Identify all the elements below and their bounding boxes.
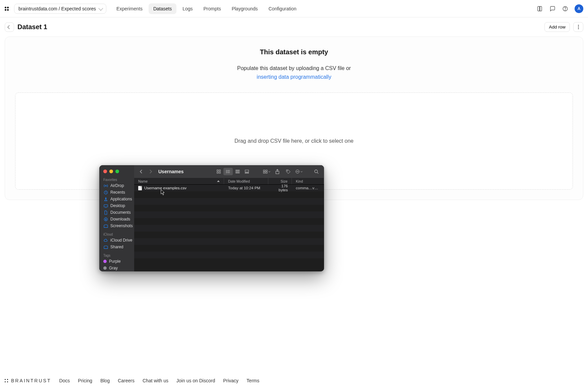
svg-point-31 [297,171,298,172]
sidebar-item-recents[interactable]: Recents [99,189,134,196]
col-header-date[interactable]: Date Modified [224,178,268,184]
svg-point-30 [297,171,297,172]
tag-dot-icon [103,266,107,270]
docs-icon[interactable] [536,5,543,12]
finder-rows: Username examples.csv Today at 10:24 PM … [134,185,324,271]
col-header-name[interactable]: Name [134,178,224,184]
sidebar-item-documents[interactable]: Documents [99,209,134,216]
view-list-icon[interactable] [223,168,233,175]
svg-rect-6 [217,170,218,171]
help-icon[interactable] [562,5,569,12]
table-row [134,225,324,232]
footer-link-careers[interactable]: Careers [118,378,135,383]
tab-prompts[interactable]: Prompts [199,3,226,14]
sidebar-item-shared[interactable]: Shared [99,244,134,250]
tab-configuration[interactable]: Configuration [264,3,301,14]
nav-back-icon[interactable] [138,169,144,174]
project-breadcrumb: braintrustdata.com / Expected scores [18,6,96,11]
svg-point-32 [298,171,299,172]
svg-rect-21 [247,173,247,173]
finder-column-headers: Name Date Modified Size Kind [134,178,324,185]
table-row [134,232,324,238]
nav-forward-icon[interactable] [148,169,154,174]
tab-experiments[interactable]: Experiments [112,3,147,14]
group-icon[interactable] [263,168,270,175]
svg-rect-19 [245,170,249,172]
sidebar-tag-gray[interactable]: Gray [99,265,134,271]
tag-icon[interactable] [284,168,292,175]
footer-link-privacy[interactable]: Privacy [223,378,238,383]
svg-point-13 [226,170,226,171]
table-row [134,191,324,198]
brand-dots-icon [5,379,8,383]
nav-tabs: Experiments Datasets Logs Prompts Playgr… [112,3,301,14]
tab-datasets[interactable]: Datasets [149,3,176,14]
tab-playgrounds[interactable]: Playgrounds [227,3,263,14]
svg-rect-9 [219,172,220,173]
avatar[interactable]: A [575,4,583,13]
action-icon[interactable] [295,168,303,175]
insert-programmatically-link[interactable]: inserting data programmatically [257,74,331,80]
sidebar-item-airdrop[interactable]: AirDrop [99,182,134,189]
sidebar-section-favorites: Favorites [99,177,134,182]
footer-link-blog[interactable]: Blog [100,378,110,383]
search-icon[interactable] [313,168,320,175]
sidebar-section-icloud: iCloud [99,231,134,237]
sidebar-item-screenshots[interactable]: Screenshots [99,222,134,229]
svg-rect-4 [104,204,108,207]
maximize-window-icon[interactable] [115,170,119,173]
top-right-icons: A [536,4,583,13]
close-window-icon[interactable] [103,170,107,173]
document-icon [138,186,142,190]
logo-icon[interactable] [5,6,11,12]
table-row [134,252,324,258]
finder-toolbar: Usernames [134,165,324,178]
footer-link-chat[interactable]: Chat with us [143,378,168,383]
sidebar-tag-purple[interactable]: Purple [99,258,134,265]
footer-link-docs[interactable]: Docs [59,378,70,383]
view-gallery-icon[interactable] [242,168,252,175]
svg-rect-17 [237,170,238,173]
project-selector[interactable]: braintrustdata.com / Expected scores [14,4,106,14]
col-header-size[interactable]: Size [268,178,292,184]
site-footer: BRAINTRUST Docs Pricing Blog Careers Cha… [0,378,588,383]
comment-icon[interactable] [549,5,556,12]
window-controls[interactable] [99,169,134,177]
kebab-icon [578,25,579,29]
chevron-down-icon [98,6,103,10]
sidebar-item-icloud-drive[interactable]: iCloud Drive [99,237,134,244]
view-icons-icon[interactable] [214,168,223,175]
svg-rect-7 [219,170,220,171]
view-mode-group [214,168,252,175]
sidebar-item-applications[interactable]: Applications [99,196,134,202]
minimize-window-icon[interactable] [109,170,113,173]
sidebar-item-downloads[interactable]: Downloads [99,216,134,222]
finder-folder-title: Usernames [158,169,184,174]
more-menu-button[interactable] [573,22,583,32]
footer-link-discord[interactable]: Join us on Discord [176,378,215,383]
arrow-left-icon [7,25,11,29]
add-row-button[interactable]: Add row [544,22,570,32]
svg-point-2 [105,185,106,186]
table-row[interactable]: Username examples.csv Today at 10:24 PM … [134,185,324,191]
svg-point-1 [565,10,565,10]
back-button[interactable] [5,22,14,32]
footer-link-pricing[interactable]: Pricing [78,378,92,383]
empty-title: This dataset is empty [15,48,573,56]
finder-sidebar: Favorites AirDrop Recents Applications D… [99,165,134,271]
share-icon[interactable] [274,168,281,175]
footer-link-terms[interactable]: Terms [247,378,259,383]
tab-logs[interactable]: Logs [178,3,197,14]
svg-rect-23 [263,170,265,171]
svg-rect-26 [266,172,267,173]
finder-window: Favorites AirDrop Recents Applications D… [99,165,324,271]
col-header-kind[interactable]: Kind [292,178,324,184]
svg-point-14 [226,171,226,172]
table-row [134,218,324,225]
empty-subtitle: Populate this dataset by uploading a CSV… [15,64,573,81]
footer-brand[interactable]: BRAINTRUST [5,378,51,383]
svg-rect-20 [245,173,246,173]
tag-dot-icon [103,260,107,263]
sidebar-item-desktop[interactable]: Desktop [99,202,134,209]
view-columns-icon[interactable] [233,168,242,175]
